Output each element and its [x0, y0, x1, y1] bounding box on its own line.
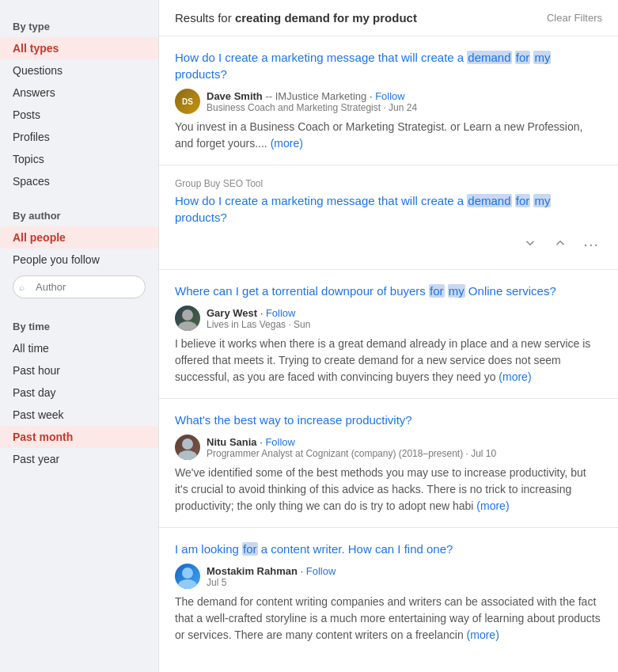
sidebar-item-spaces[interactable]: Spaces — [0, 170, 158, 192]
author-meta-4: Programmer Analyst at Cognizant (company… — [207, 448, 496, 459]
result-snippet-1: You invest in a Business Coach or Market… — [175, 119, 602, 152]
sidebar: By type All types Questions Answers Post… — [0, 0, 158, 672]
nitu-avatar-img — [175, 435, 200, 460]
avatar-initials: DS — [182, 97, 193, 106]
author-info-5: Mostakim Rahman · Follow Jul 5 — [207, 565, 336, 588]
result-snippet-3: I believe it works when there is a great… — [175, 336, 602, 385]
result-title-4[interactable]: What's the best way to increase producti… — [175, 412, 602, 428]
follow-button-3[interactable]: Follow — [266, 307, 296, 319]
sidebar-item-topics[interactable]: Topics — [0, 148, 158, 170]
result-title-3[interactable]: Where can I get a torrential downpour of… — [175, 283, 602, 299]
avatar-dave-smith: DS — [175, 89, 200, 114]
sidebar-item-all-types[interactable]: All types — [0, 37, 158, 59]
snippet-text-5: The demand for content writing companies… — [175, 595, 601, 641]
sidebar-item-past-day[interactable]: Past day — [0, 382, 158, 404]
highlight: for — [429, 284, 445, 298]
author-name-text-5: Mostakim Rahman — [207, 565, 298, 577]
sidebar-item-past-week[interactable]: Past week — [0, 404, 158, 426]
sidebar-item-people-you-follow[interactable]: People you follow — [0, 249, 158, 271]
author-input-container: ⌕ — [13, 275, 146, 298]
mostakim-avatar-img — [175, 564, 200, 589]
highlight: demand — [467, 194, 511, 207]
result-title-5[interactable]: I am looking for a content writer. How c… — [175, 541, 602, 557]
sidebar-item-posts[interactable]: Posts — [0, 104, 158, 126]
by-type-label: By type — [0, 13, 158, 37]
main-content: Results for creating demand for my produ… — [158, 0, 618, 672]
more-link-4[interactable]: (more) — [476, 499, 509, 512]
svg-point-4 — [182, 568, 193, 579]
author-meta-3: Lives in Las Vegas · Sun — [207, 319, 310, 330]
sidebar-item-past-hour[interactable]: Past hour — [0, 359, 158, 382]
highlight: for — [515, 194, 531, 207]
author-row-3: Gary West · Follow Lives in Las Vegas · … — [175, 306, 602, 331]
author-name-1: Dave Smith -- IMJustice Marketing · Foll… — [207, 90, 417, 102]
highlight: demand — [467, 51, 511, 64]
results-label: Results for — [175, 11, 232, 25]
card-actions-2: ··· — [175, 232, 602, 256]
more-link-5[interactable]: (more) — [467, 628, 499, 641]
author-meta-1: Business Coach and Marketing Strategist … — [207, 102, 417, 113]
avatar-gary-west — [175, 306, 200, 331]
highlight: my — [533, 51, 551, 64]
sidebar-item-all-time[interactable]: All time — [0, 337, 158, 359]
author-name-4: Nitu Sania · Follow — [207, 436, 496, 448]
svg-point-2 — [182, 439, 193, 450]
results-title: Results for creating demand for my produ… — [175, 11, 417, 25]
sidebar-item-past-year[interactable]: Past year — [0, 448, 158, 470]
author-info-4: Nitu Sania · Follow Programmer Analyst a… — [207, 436, 496, 459]
author-meta-5: Jul 5 — [207, 577, 336, 588]
highlight: my — [448, 284, 465, 298]
author-name-text-3: Gary West — [207, 307, 257, 319]
author-name-text-4: Nitu Sania — [207, 436, 257, 448]
sidebar-item-all-people[interactable]: All people — [0, 226, 158, 249]
author-info-1: Dave Smith -- IMJustice Marketing · Foll… — [207, 90, 417, 113]
upvote-button-2[interactable] — [550, 233, 571, 256]
author-name-text: Dave Smith — [207, 90, 263, 102]
author-name-5: Mostakim Rahman · Follow — [207, 565, 336, 577]
downvote-button-2[interactable] — [520, 233, 540, 256]
result-card-4: What's the best way to increase producti… — [159, 399, 618, 528]
result-card-3: Where can I get a torrential downpour of… — [159, 270, 618, 399]
sidebar-item-answers[interactable]: Answers — [0, 82, 158, 104]
svg-point-5 — [178, 579, 197, 589]
result-card-5: I am looking for a content writer. How c… — [159, 528, 618, 656]
sidebar-item-past-month[interactable]: Past month — [0, 426, 158, 448]
author-row-5: Mostakim Rahman · Follow Jul 5 — [175, 564, 602, 589]
more-link-1[interactable]: (more) — [271, 137, 303, 150]
more-link-3[interactable]: (more) — [499, 370, 531, 383]
author-row-4: Nitu Sania · Follow Programmer Analyst a… — [175, 435, 602, 460]
follow-button-5[interactable]: Follow — [306, 565, 336, 577]
highlight: for — [515, 51, 531, 64]
svg-point-3 — [178, 450, 197, 460]
avatar-nitu-sania — [175, 435, 200, 460]
author-input[interactable] — [13, 275, 146, 298]
result-title-2[interactable]: How do I create a marketing message that… — [175, 192, 602, 226]
result-card-2: Group Buy SEO Tool How do I create a mar… — [159, 165, 618, 270]
by-author-label: By author — [0, 202, 158, 226]
sidebar-item-questions[interactable]: Questions — [0, 59, 158, 82]
author-row-1: DS Dave Smith -- IMJustice Marketing · F… — [175, 89, 602, 114]
svg-point-1 — [178, 321, 197, 331]
result-snippet-4: We've identified some of the best method… — [175, 465, 602, 514]
by-time-label: By time — [0, 313, 158, 337]
follow-button-4[interactable]: Follow — [265, 436, 295, 448]
author-info-3: Gary West · Follow Lives in Las Vegas · … — [207, 307, 310, 330]
author-name-3: Gary West · Follow — [207, 307, 310, 319]
more-options-button-2[interactable]: ··· — [580, 232, 602, 256]
sidebar-item-profiles[interactable]: Profiles — [0, 126, 158, 148]
result-title-1[interactable]: How do I create a marketing message that… — [175, 49, 602, 82]
avatar-mostakim — [175, 564, 200, 589]
highlight: for — [242, 542, 258, 556]
highlight: my — [533, 194, 551, 207]
result-card-1: How do I create a marketing message that… — [159, 36, 618, 165]
snippet-text-1: You invest in a Business Coach or Market… — [175, 120, 582, 150]
author-separator: -- IMJustice Marketing — [265, 90, 366, 102]
result-snippet-5: The demand for content writing companies… — [175, 594, 602, 644]
author-input-wrapper: ⌕ — [0, 271, 158, 303]
clear-filters-button[interactable]: Clear Filters — [547, 12, 602, 24]
sponsored-badge-2: Group Buy SEO Tool — [175, 178, 602, 189]
results-header: Results for creating demand for my produ… — [159, 0, 618, 36]
snippet-text-4: We've identified some of the best method… — [175, 466, 586, 512]
follow-button-1[interactable]: Follow — [375, 90, 405, 102]
gary-avatar-img — [175, 306, 200, 331]
